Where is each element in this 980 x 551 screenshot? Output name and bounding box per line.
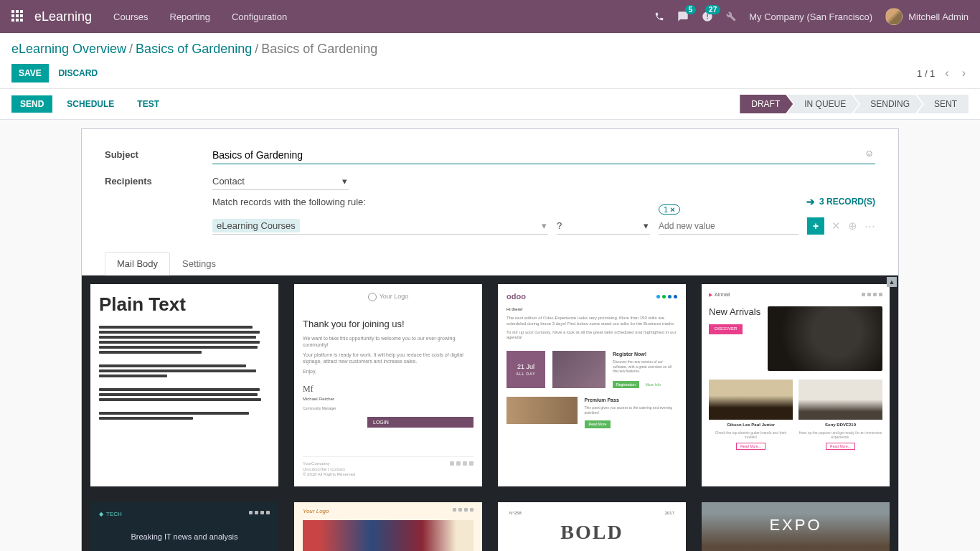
template-newsletter[interactable]: Airmail New Arrivals DISCOVER Gibson Les… [702,284,890,486]
company-selector[interactable]: My Company (San Francisco) [749,11,872,22]
messages-badge: 5 [685,5,697,14]
status-stages: DRAFT IN QUEUE SENDING SENT [740,95,969,113]
stage-sent[interactable]: SENT [917,95,969,113]
breadcrumb: eLearning Overview/Basics of Gardening/B… [11,42,969,57]
template-food[interactable]: Your Logo [294,502,482,551]
menu-reporting[interactable]: Reporting [170,11,210,22]
template-welcome[interactable]: Your Logo Thank you for joining us! We w… [294,284,482,486]
activities-badge: 27 [705,5,720,14]
main-menu: Courses Reporting Configuration [113,11,287,22]
tag-remove-icon[interactable]: × [670,205,674,214]
records-link[interactable]: ➔3 RECORD(S) [806,196,875,207]
phone-icon[interactable] [654,11,664,22]
template-expo[interactable]: EXPO [702,502,890,551]
add-branch-icon[interactable]: ⊕ [848,220,857,232]
studio-icon[interactable] [726,11,736,22]
template-bold[interactable]: N°2582017 BOLD [498,502,686,551]
control-panel: eLearning Overview/Basics of Gardening/B… [0,33,980,89]
top-navbar: eLearning Courses Reporting Configuratio… [0,0,980,33]
domain-operator-select[interactable]: ? [557,217,650,235]
menu-configuration[interactable]: Configuration [232,11,287,22]
tab-settings[interactable]: Settings [170,252,228,276]
breadcrumb-current: Basics of Gardening [261,42,377,56]
pager: 1 / 1 ‹ › [917,65,969,81]
discard-button[interactable]: DISCARD [51,64,105,83]
scroll-up-icon[interactable]: ▲ [887,277,897,287]
remove-rule-icon[interactable]: ✕ [831,220,841,232]
apps-menu-icon[interactable] [11,10,24,23]
form-tabs: Mail Body Settings [82,252,898,276]
status-bar: SEND SCHEDULE TEST DRAFT IN QUEUE SENDIN… [0,89,980,120]
send-button[interactable]: SEND [11,95,52,113]
match-rule-text: Match records with the following rule: [212,197,366,207]
activities-icon[interactable]: 27 [702,11,713,22]
subject-input[interactable] [212,146,875,164]
form-sheet: Subject ☺ Recipients Contact Match recor… [81,128,899,551]
recipients-select[interactable]: Contact [212,173,349,190]
breadcrumb-root[interactable]: eLearning Overview [11,42,126,56]
pager-prev-icon[interactable]: ‹ [942,65,951,81]
pager-value: 1 / 1 [917,68,935,79]
app-brand[interactable]: eLearning [34,9,92,24]
tab-mail-body[interactable]: Mail Body [105,252,170,276]
template-plain-text[interactable]: Plain Text [90,284,278,486]
schedule-button[interactable]: SCHEDULE [58,95,123,113]
domain-value-field[interactable]: 1× [659,217,798,235]
pager-next-icon[interactable]: › [959,65,969,81]
messages-icon[interactable]: 5 [677,11,689,22]
template-gallery: ▲ Plain Text Your Logo Thank you for joi… [82,276,898,551]
breadcrumb-parent[interactable]: Basics of Gardening [136,42,252,56]
recipients-label: Recipients [105,173,212,187]
stage-inqueue[interactable]: IN QUEUE [787,95,859,113]
domain-rule-row: eLearning Courses ? 1× + ✕ ⊕ ⋯ [212,217,875,235]
domain-value-tag[interactable]: 1× [659,204,680,215]
user-menu[interactable]: Mitchell Admin [885,8,969,25]
user-name: Mitchell Admin [908,11,969,22]
subject-label: Subject [105,146,212,160]
test-button[interactable]: TEST [128,95,168,113]
user-avatar-icon [885,8,903,25]
domain-field-select[interactable]: eLearning Courses [212,217,548,235]
template-event[interactable]: odoo Hi there! The next edition of Odoo … [498,284,686,486]
save-button[interactable]: SAVE [11,64,49,83]
domain-value-input[interactable] [659,221,798,231]
emoji-picker-icon[interactable]: ☺ [864,148,874,159]
menu-courses[interactable]: Courses [113,11,148,22]
add-rule-button[interactable]: + [807,217,824,235]
arrow-right-icon: ➔ [806,196,815,207]
stage-sending[interactable]: SENDING [853,95,923,113]
stage-draft[interactable]: DRAFT [740,95,793,113]
template-tech[interactable]: TECH Breaking IT news and analysis [90,502,278,551]
more-rule-icon[interactable]: ⋯ [864,220,875,232]
